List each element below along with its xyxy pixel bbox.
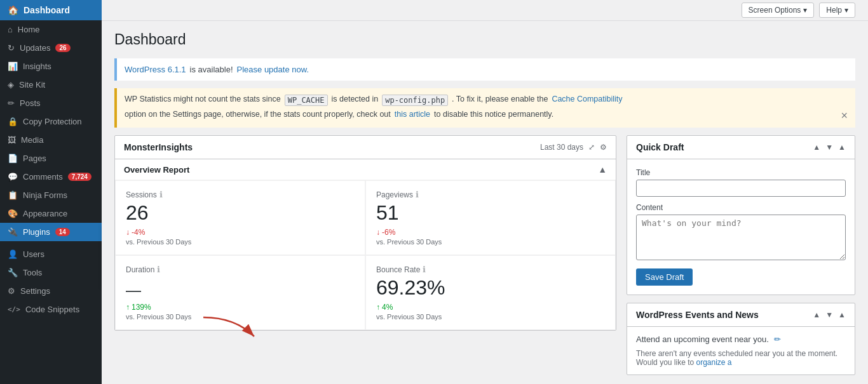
sidebar-item-comments[interactable]: 💬 Comments 7,724: [0, 168, 102, 186]
cache-compatibility-link[interactable]: Cache Compatibility: [552, 95, 622, 103]
sidebar-item-updates[interactable]: ↻ Updates 26: [0, 39, 102, 57]
pageviews-info-icon[interactable]: ℹ: [416, 190, 419, 199]
sidebar-item-label: Comments: [23, 172, 63, 182]
quick-draft-collapse-up[interactable]: ▲: [813, 143, 820, 152]
this-article-link[interactable]: this article: [395, 110, 430, 119]
wpstats-code1: WP_CACHE: [285, 95, 328, 106]
sidebar-item-plugins[interactable]: 🔌 Plugins 14: [0, 223, 102, 241]
wp-events-body: Attend an upcoming event near you. ✏ The…: [627, 327, 855, 374]
ninja-forms-icon: 📋: [8, 190, 18, 200]
update-version-link[interactable]: WordPress 6.1.1: [125, 65, 186, 74]
wp-events-toggle[interactable]: ▲: [838, 310, 846, 319]
wp-events-header[interactable]: WordPress Events and News ▲ ▼ ▲: [627, 303, 855, 327]
events-no-events-text: There aren't any events scheduled near y…: [636, 349, 846, 367]
title-input[interactable]: [636, 180, 846, 197]
help-label: Help: [826, 6, 842, 15]
appearance-icon: 🎨: [8, 209, 18, 218]
wp-events-collapse-up[interactable]: ▲: [813, 310, 820, 319]
save-draft-button[interactable]: Save Draft: [636, 268, 693, 286]
sidebar-item-label: Tools: [23, 268, 42, 277]
title-field-group: Title: [636, 168, 846, 197]
pages-icon: 📄: [8, 154, 18, 163]
events-attend-text: Attend an upcoming event near you. ✏: [636, 334, 846, 344]
quick-draft-toggle[interactable]: ▲: [838, 143, 846, 152]
sidebar-item-label: Posts: [20, 98, 41, 108]
stat-bounce-value: 69.23%: [376, 277, 605, 299]
sidebar-item-ninja-forms[interactable]: 📋 Ninja Forms: [0, 186, 102, 204]
monsterinsights-title: MonsterInsights: [124, 142, 193, 152]
copy-protection-icon: 🔒: [8, 117, 18, 126]
sidebar-item-posts[interactable]: ✏ Posts: [0, 94, 102, 112]
sidebar-item-tools[interactable]: 🔧 Tools: [0, 263, 102, 282]
gear-icon[interactable]: ⚙: [600, 143, 607, 152]
overview-collapse[interactable]: ▲: [598, 164, 607, 175]
quick-draft-widget: Quick Draft ▲ ▼ ▲ Title Cont: [627, 135, 855, 295]
content-label: Content: [636, 203, 846, 212]
wpstats-text3: . To fix it, please enable the: [452, 95, 548, 103]
quick-draft-controls: ▲ ▼ ▲: [813, 143, 846, 152]
fullscreen-icon[interactable]: ⤢: [588, 143, 595, 152]
sidebar-item-code-snippets[interactable]: </> Code Snippets: [0, 300, 102, 319]
monsterinsights-header[interactable]: MonsterInsights Last 30 days ⤢ ⚙: [115, 136, 616, 159]
sidebar-item-label: Pages: [23, 154, 46, 163]
stat-pageviews: Pageviews ℹ 51 ↓ -6% vs. Previous 30 Day…: [365, 180, 616, 255]
stat-duration-value: —: [126, 277, 355, 298]
duration-info-icon[interactable]: ℹ: [157, 265, 160, 274]
sidebar-item-appearance[interactable]: 🎨 Appearance: [0, 204, 102, 223]
left-column: MonsterInsights Last 30 days ⤢ ⚙ Overvie…: [114, 135, 616, 375]
quick-draft-body: Title Content Save Draft: [627, 159, 855, 295]
bounce-info-icon[interactable]: ℹ: [423, 265, 426, 274]
wpstats-notice-close[interactable]: ×: [841, 110, 848, 121]
comments-icon: 💬: [8, 172, 18, 182]
sidebar-item-label: Insights: [23, 62, 51, 71]
monsterinsights-widget: MonsterInsights Last 30 days ⤢ ⚙ Overvie…: [114, 135, 616, 331]
stat-sessions-change: ↓ -4%: [126, 228, 355, 237]
update-notice: WordPress 6.1.1 is available! Please upd…: [114, 58, 855, 81]
bounce-up-arrow: ↑: [376, 303, 380, 312]
events-edit-icon[interactable]: ✏: [774, 334, 781, 344]
content-field-group: Content: [636, 203, 846, 262]
content-textarea[interactable]: [636, 215, 846, 260]
sidebar-item-label: Home: [18, 25, 40, 34]
overview-subheader: Overview Report ▲: [115, 159, 616, 180]
quick-draft-collapse-down[interactable]: ▼: [825, 143, 833, 152]
stat-sessions: Sessions ℹ 26 ↓ -4% vs. Previous 30 Days: [115, 180, 365, 255]
sidebar-item-home[interactable]: ⌂ Home: [0, 20, 102, 39]
help-button[interactable]: Help ▾: [819, 3, 855, 18]
organize-link[interactable]: organize a: [696, 358, 732, 367]
insights-icon: 📊: [8, 62, 18, 71]
stat-pageviews-value: 51: [376, 202, 605, 224]
sidebar-item-media[interactable]: 🖼 Media: [0, 131, 102, 149]
comments-badge: 7,724: [68, 173, 92, 181]
quick-draft-header[interactable]: Quick Draft ▲ ▼ ▲: [627, 136, 855, 159]
stat-sessions-vs: vs. Previous 30 Days: [126, 238, 355, 246]
update-now-link[interactable]: Please update now.: [237, 65, 309, 74]
title-label: Title: [636, 168, 846, 177]
sidebar-item-sitekit[interactable]: ◈ Site Kit: [0, 76, 102, 94]
sidebar-item-insights[interactable]: 📊 Insights: [0, 57, 102, 76]
sidebar-item-label: Updates: [20, 43, 50, 53]
sidebar-item-label: Ninja Forms: [23, 190, 67, 200]
sidebar-dashboard-header[interactable]: 🏠 Dashboard: [0, 0, 102, 20]
sidebar-item-copy-protection[interactable]: 🔒 Copy Protection: [0, 112, 102, 131]
posts-icon: ✏: [8, 98, 15, 108]
topbar: Screen Options ▾ Help ▾: [102, 0, 868, 21]
monsterinsights-controls: Last 30 days ⤢ ⚙: [540, 143, 607, 152]
wpstats-text4: option on the Settings page, otherwise, …: [125, 110, 391, 119]
sessions-info-icon[interactable]: ℹ: [159, 190, 163, 199]
screen-options-button[interactable]: Screen Options ▾: [742, 3, 815, 18]
sidebar-item-label: Site Kit: [19, 80, 45, 89]
sidebar-item-settings[interactable]: ⚙ Settings: [0, 282, 102, 300]
sidebar-item-pages[interactable]: 📄 Pages: [0, 149, 102, 168]
stats-grid: Sessions ℹ 26 ↓ -4% vs. Previous 30 Days: [115, 180, 616, 330]
settings-icon: ⚙: [8, 286, 15, 296]
sidebar-item-users[interactable]: 👤 Users: [0, 245, 102, 263]
screen-options-chevron: ▾: [803, 6, 807, 15]
wp-events-title: WordPress Events and News: [636, 310, 759, 320]
content-area: Dashboard WordPress 6.1.1 is available! …: [102, 21, 868, 384]
plugins-icon: 🔌: [8, 227, 18, 237]
plugins-section: 🔌 Plugins 14 Installed Plugins Add New P…: [0, 223, 102, 241]
stat-bounce-change: ↑ 4%: [376, 303, 605, 312]
wp-events-collapse-down[interactable]: ▼: [825, 310, 833, 319]
sidebar-item-label: Media: [21, 135, 43, 145]
